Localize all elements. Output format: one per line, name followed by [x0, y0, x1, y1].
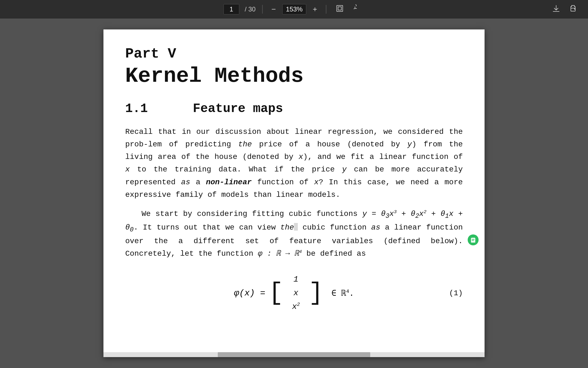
toolbar-divider-2	[326, 5, 326, 14]
part-label: Part V	[125, 46, 463, 62]
toolbar-right	[549, 3, 580, 16]
evernote-icon	[451, 234, 479, 250]
history-button[interactable]	[351, 3, 365, 16]
element-in: ∈ ℝ4.	[327, 288, 354, 298]
paragraph-1: Recall that in our discussion about line…	[125, 126, 463, 201]
download-icon	[552, 4, 560, 13]
zoom-in-button[interactable]: +	[311, 4, 319, 15]
matrix-entries: 1 x x2	[287, 271, 305, 315]
bracket-left: [	[269, 281, 283, 305]
section-title-text: Feature maps	[193, 102, 283, 116]
pdf-toolbar: / 30 − 153% +	[0, 0, 588, 19]
section-heading: 1.1 Feature maps	[125, 102, 463, 116]
equation-number: (1)	[449, 289, 463, 297]
svg-point-4	[575, 8, 575, 9]
page-navigation	[223, 4, 239, 14]
pdf-page: Part V Kernel Methods 1.1 Feature maps R…	[103, 29, 485, 357]
math-equation-1: φ(x) = [ 1 x x2 ] ∈ ℝ4. (1)	[125, 271, 463, 315]
page-number-input[interactable]	[226, 5, 237, 13]
svg-rect-1	[338, 7, 341, 10]
print-icon	[569, 4, 577, 13]
zoom-level-display: 153%	[282, 4, 306, 14]
matrix-entry-3: x2	[292, 301, 300, 312]
pdf-viewer: Part V Kernel Methods 1.1 Feature maps R…	[0, 19, 588, 368]
toolbar-center: / 30 − 153% +	[223, 3, 365, 16]
print-button[interactable]	[566, 3, 580, 16]
page-total: / 30	[245, 5, 256, 13]
math-formula: φ(x) = [ 1 x x2 ] ∈ ℝ4.	[234, 271, 354, 315]
paragraph-2: We start by considering fitting cubic fu…	[125, 208, 463, 260]
section-number: 1.1	[125, 102, 148, 116]
phi-x-label: φ(x) =	[234, 288, 265, 298]
chapter-title: Kernel Methods	[125, 65, 463, 88]
zoom-out-button[interactable]: −	[269, 4, 278, 15]
svg-rect-0	[337, 5, 343, 11]
matrix-entry-1: 1	[293, 274, 298, 285]
toolbar-divider	[262, 5, 263, 14]
history-icon	[354, 4, 362, 13]
scrollbar-thumb[interactable]	[218, 352, 370, 357]
fit-page-icon	[336, 4, 344, 13]
matrix-entry-2: x	[293, 287, 298, 299]
download-button[interactable]	[549, 3, 563, 16]
bracket-right: ]	[309, 281, 323, 305]
horizontal-scrollbar[interactable]	[103, 352, 485, 357]
fit-page-button[interactable]	[333, 3, 347, 16]
